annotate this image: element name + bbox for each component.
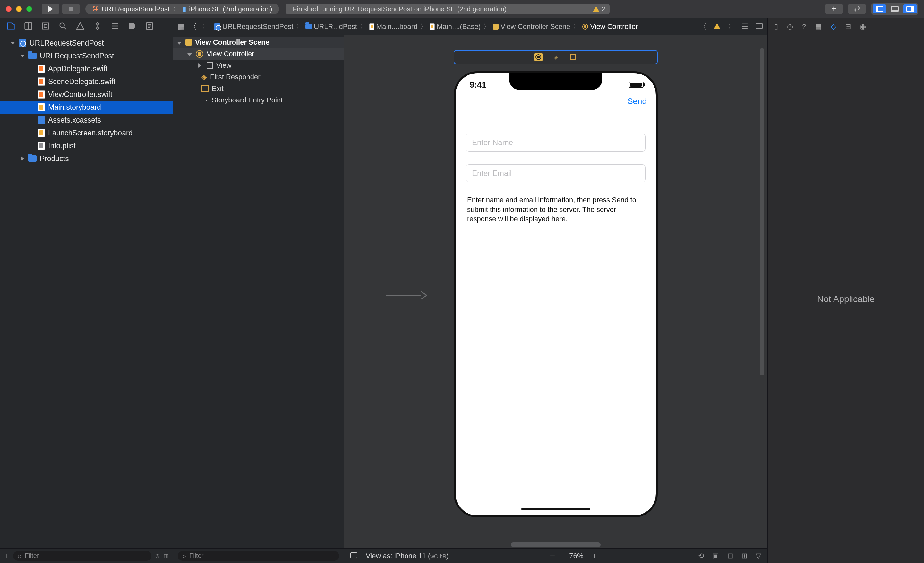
zoom-in-button[interactable]: +: [592, 551, 597, 561]
first-responder-dock-icon[interactable]: ◈: [552, 53, 560, 61]
svg-rect-8: [44, 24, 47, 27]
folder-icon: [28, 155, 37, 162]
toggle-outline-button[interactable]: [350, 552, 357, 560]
inspector-body: Not Applicable: [768, 35, 924, 563]
first-responder-row[interactable]: ◈ First Responder: [173, 71, 344, 83]
interface-builder-canvas[interactable]: ◈ 9:41 Send: [344, 35, 767, 563]
view-controller-dock-icon[interactable]: [534, 53, 543, 61]
scene-icon: [186, 39, 192, 46]
toggle-inspector-button[interactable]: [903, 5, 917, 14]
toggle-navigator-button[interactable]: [873, 5, 886, 14]
group-label: URLRequestSendPost: [40, 52, 114, 60]
xcode-project-icon: [214, 23, 220, 30]
first-responder-label: First Responder: [210, 73, 261, 81]
navigator-filter-field[interactable]: ⌕ Filter: [13, 551, 152, 561]
adjust-editor-options-button[interactable]: ☰: [742, 23, 748, 31]
canvas-vertical-scrollbar[interactable]: [760, 48, 764, 375]
plus-icon: +: [831, 4, 836, 14]
disclosure-triangle-icon[interactable]: [21, 156, 24, 161]
device-mockup-iphone[interactable]: 9:41 Send Enter Name Enter Email Enter: [454, 71, 658, 517]
size-inspector-tab[interactable]: ⊟: [845, 23, 851, 31]
file-label: LaunchScreen.storyboard: [48, 129, 132, 137]
group-row[interactable]: URLRequestSendPost: [0, 50, 173, 62]
file-row[interactable]: Info.plist: [0, 139, 173, 152]
minimize-window-button[interactable]: [16, 6, 22, 12]
file-row-selected[interactable]: Main.storyboard: [0, 101, 173, 114]
add-editor-button[interactable]: [755, 23, 763, 30]
back-button[interactable]: 〈: [190, 22, 196, 32]
file-row[interactable]: Assets.xcassets: [0, 114, 173, 126]
align-button[interactable]: ⊟: [728, 552, 733, 560]
file-inspector-tab[interactable]: ▯: [774, 23, 778, 31]
history-inspector-tab[interactable]: ◷: [787, 23, 793, 31]
test-navigator-tab[interactable]: [93, 21, 102, 32]
find-navigator-tab[interactable]: [58, 21, 68, 32]
canvas-horizontal-scrollbar[interactable]: [511, 542, 601, 547]
document-outline-tree[interactable]: View Controller Scene View Controller Vi…: [173, 35, 344, 548]
quick-help-inspector-tab[interactable]: ?: [802, 23, 806, 31]
zoom-out-button[interactable]: −: [550, 551, 555, 561]
stop-button[interactable]: [62, 3, 80, 15]
recent-filter-button[interactable]: ◷: [155, 553, 160, 559]
identity-inspector-tab[interactable]: ▤: [815, 23, 822, 31]
file-row[interactable]: SceneDelegate.swift: [0, 75, 173, 88]
scene-header-row[interactable]: View Controller Scene: [173, 37, 344, 48]
add-constraints-button[interactable]: ⊞: [741, 552, 747, 560]
activity-status[interactable]: Finished running URLRequestSendPost on i…: [285, 3, 610, 15]
report-navigator-tab[interactable]: [145, 21, 154, 32]
breakpoint-navigator-tab[interactable]: [128, 21, 136, 32]
toggle-debug-area-button[interactable]: [888, 5, 902, 14]
file-row[interactable]: ViewController.swift: [0, 88, 173, 101]
view-as-label: View as: iPhone 11 (: [366, 552, 430, 560]
entry-point-row[interactable]: → Storyboard Entry Point: [173, 95, 344, 106]
symbol-navigator-tab[interactable]: [41, 21, 50, 32]
navigator-panel: URLRequestSendPost URLRequestSendPost Ap…: [0, 18, 173, 563]
disclosure-triangle-icon[interactable]: [177, 42, 182, 45]
close-window-button[interactable]: [6, 6, 12, 12]
source-control-navigator-tab[interactable]: [24, 21, 33, 32]
zoom-window-button[interactable]: [26, 6, 32, 12]
storyboard-entry-arrow[interactable]: [386, 289, 428, 303]
disclosure-triangle-icon[interactable]: [188, 53, 192, 56]
project-root-row[interactable]: URLRequestSendPost: [0, 37, 173, 50]
related-items-button[interactable]: ▦: [178, 23, 184, 31]
file-row[interactable]: AppDelegate.swift: [0, 62, 173, 75]
debug-navigator-tab[interactable]: [110, 21, 119, 32]
prev-issue-button[interactable]: 〈: [699, 22, 706, 32]
disclosure-triangle-icon[interactable]: [20, 54, 25, 57]
library-button[interactable]: +: [825, 3, 843, 15]
resolve-issues-button[interactable]: ▽: [756, 552, 761, 560]
attributes-inspector-tab[interactable]: ◇: [831, 23, 836, 31]
exit-row[interactable]: Exit: [173, 83, 344, 95]
code-review-button[interactable]: ⇄: [848, 3, 866, 15]
send-button[interactable]: Send: [627, 96, 647, 106]
name-text-field[interactable]: Enter Name: [466, 134, 645, 152]
products-group-row[interactable]: Products: [0, 152, 173, 165]
disclosure-triangle-icon[interactable]: [198, 63, 201, 68]
file-row[interactable]: LaunchScreen.storyboard: [0, 126, 173, 139]
zoom-level-label[interactable]: 76%: [569, 552, 583, 560]
exit-dock-icon[interactable]: [569, 53, 577, 61]
project-navigator-tree[interactable]: URLRequestSendPost URLRequestSendPost Ap…: [0, 35, 173, 548]
entry-point-label: Storyboard Entry Point: [212, 96, 283, 104]
scheme-selector[interactable]: ⌘ URLRequestSendPost 〉 ▮ iPhone SE (2nd …: [86, 3, 279, 15]
scene-dock[interactable]: ◈: [454, 50, 658, 64]
device-configuration-button[interactable]: View as: iPhone 11 (wC hR): [366, 552, 448, 560]
exit-icon: [201, 85, 208, 92]
outline-filter-field[interactable]: ⌕ Filter: [178, 551, 339, 561]
issue-navigator-tab[interactable]: [76, 21, 85, 32]
email-text-field[interactable]: Enter Email: [466, 164, 645, 182]
add-button[interactable]: +: [4, 551, 9, 561]
view-row[interactable]: View: [173, 60, 344, 71]
breadcrumb-path[interactable]: URLRequestSendPost 〉 URLR...dPost 〉 Main…: [214, 22, 638, 32]
project-navigator-tab[interactable]: [6, 21, 15, 32]
run-button[interactable]: [42, 3, 59, 15]
disclosure-triangle-icon[interactable]: [10, 42, 15, 45]
connections-inspector-tab[interactable]: ◉: [860, 23, 866, 31]
forward-button[interactable]: 〉: [202, 22, 209, 32]
update-frames-button[interactable]: ⟲: [698, 552, 704, 560]
embed-in-button[interactable]: ▣: [712, 552, 719, 560]
view-controller-row[interactable]: View Controller: [173, 48, 344, 60]
next-issue-button[interactable]: 〉: [728, 22, 735, 32]
scm-filter-button[interactable]: ▥: [164, 553, 168, 559]
